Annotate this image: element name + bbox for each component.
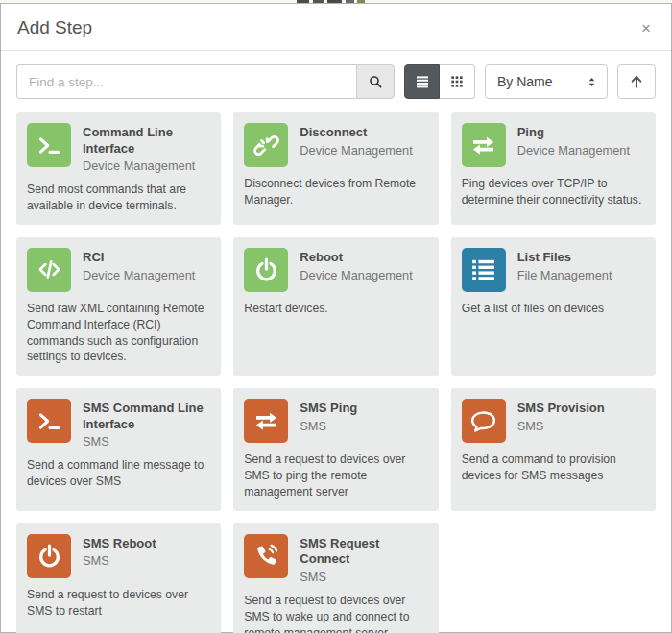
step-category: SMS: [300, 419, 357, 433]
step-title: SMS Provision: [517, 399, 605, 417]
list-icon: [462, 248, 506, 292]
power-icon: [27, 534, 71, 578]
step-category: SMS: [83, 434, 210, 449]
step-card[interactable]: Disconnect Device Management Disconnect …: [233, 112, 438, 225]
step-category: Device Management: [517, 143, 630, 158]
step-description: Restart devices.: [244, 301, 427, 317]
search-button[interactable]: [356, 64, 395, 99]
step-title: List Files: [517, 248, 612, 266]
step-category: SMS: [300, 570, 427, 584]
sort-direction-button[interactable]: [617, 64, 656, 99]
power-icon: [244, 248, 288, 292]
step-card[interactable]: SMS Provision SMS Send a command to prov…: [451, 388, 656, 510]
arrow-up-icon: [629, 74, 644, 89]
step-category: File Management: [517, 268, 612, 282]
dialog-header: Add Step ×: [1, 4, 671, 51]
step-card[interactable]: List Files File Management Get a list of…: [451, 237, 656, 376]
step-title: SMS Request Connect: [300, 534, 427, 568]
search-input[interactable]: [16, 64, 356, 99]
step-title: SMS Command Line Interface: [83, 399, 210, 432]
view-toggle-group: [404, 64, 475, 99]
step-category: Device Management: [300, 143, 412, 158]
step-description: Send a request to devices over SMS to pi…: [244, 451, 427, 499]
sort-select-value: By Name: [497, 74, 553, 89]
phone-volume-icon: [244, 534, 288, 578]
step-description: Get a list of files on devices: [462, 301, 645, 317]
step-card[interactable]: SMS Reboot SMS Send a request to devices…: [16, 523, 221, 633]
step-title: Command Line Interface: [83, 123, 210, 157]
search-group: [16, 64, 395, 99]
close-icon[interactable]: ×: [637, 18, 655, 38]
exchange-arrows-icon: [462, 123, 506, 167]
step-card[interactable]: RCI Device Management Send raw XML conta…: [16, 237, 221, 376]
step-card[interactable]: Ping Device Management Ping devices over…: [451, 112, 656, 225]
code-icon: [27, 248, 71, 292]
step-description: Send a request to devices over SMS to wa…: [244, 593, 427, 633]
step-title: SMS Ping: [300, 399, 357, 417]
terminal-icon: [27, 399, 71, 443]
step-category: Device Management: [300, 268, 412, 282]
step-description: Send raw XML containing Remote Command I…: [27, 301, 210, 365]
step-title: Ping: [517, 123, 630, 141]
add-step-dialog: Add Step ×: [0, 3, 672, 633]
step-title: RCI: [83, 248, 195, 266]
search-icon: [368, 74, 383, 89]
step-description: Disconnect devices from Remote Manager.: [244, 176, 427, 208]
step-description: Send a request to devices over SMS to re…: [27, 587, 210, 620]
step-card[interactable]: SMS Ping SMS Send a request to devices o…: [233, 388, 438, 510]
list-view-icon: [415, 74, 430, 89]
step-description: Send a command to provision devices for …: [462, 451, 645, 484]
list-view-button[interactable]: [404, 64, 440, 99]
grid-view-button[interactable]: [440, 64, 475, 99]
step-card[interactable]: Reboot Device Management Restart devices…: [233, 237, 438, 376]
step-category: SMS: [83, 553, 156, 568]
step-card[interactable]: SMS Request Connect SMS Send a request t…: [233, 523, 438, 633]
broken-link-icon: [244, 123, 288, 167]
step-category: Device Management: [83, 158, 210, 173]
step-category: Device Management: [83, 268, 195, 282]
comment-icon: [462, 399, 506, 443]
step-grid: Command Line Interface Device Management…: [1, 110, 671, 633]
step-card[interactable]: Command Line Interface Device Management…: [16, 112, 221, 225]
step-title: SMS Reboot: [83, 534, 156, 552]
step-description: Send most commands that are available in…: [27, 182, 210, 214]
sort-select[interactable]: By Name: [485, 64, 608, 99]
toolbar: By Name: [1, 51, 671, 110]
step-description: Send a command line message to devices o…: [27, 457, 210, 490]
step-description: Ping devices over TCP/IP to determine th…: [462, 176, 645, 208]
step-title: Disconnect: [300, 123, 412, 141]
step-title: Reboot: [300, 248, 412, 266]
step-category: SMS: [517, 419, 605, 433]
grid-view-icon: [449, 74, 465, 89]
terminal-icon: [27, 123, 71, 167]
sort-arrows-icon: [586, 76, 598, 88]
exchange-arrows-icon: [244, 399, 288, 443]
dialog-title: Add Step: [17, 17, 92, 38]
step-card[interactable]: SMS Command Line Interface SMS Send a co…: [16, 388, 221, 510]
